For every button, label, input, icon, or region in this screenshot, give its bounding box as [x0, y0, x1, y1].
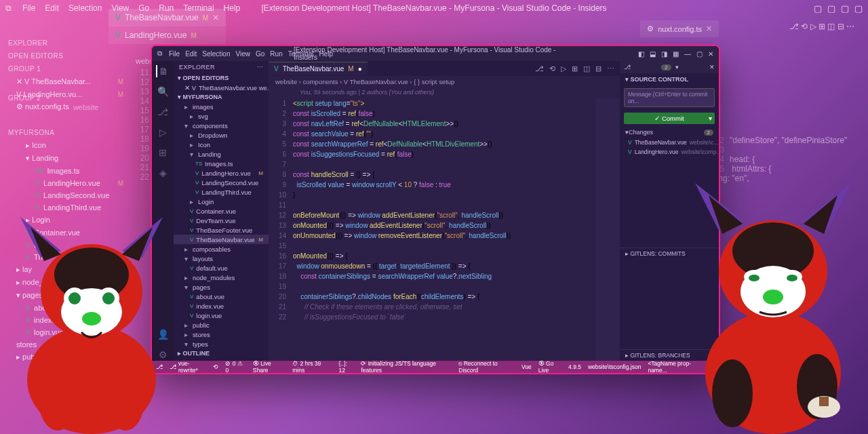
lang-mode[interactable]: Vue [521, 360, 532, 374]
code-line[interactable]: 22 // isSuggestionsFocused to `false` [269, 312, 620, 322]
layout-right-icon[interactable]: ▢ [841, 3, 849, 14]
minimap[interactable] [595, 98, 620, 361]
maximize-icon[interactable]: ▢ [696, 50, 703, 58]
tab-action-icon[interactable]: ⟲ [549, 64, 555, 73]
go-live[interactable]: ⦿ Go Live [538, 360, 561, 374]
menu-run[interactable]: Run [270, 50, 282, 58]
code-editor[interactable]: 1<script setup lang="ts">2const isScroll… [269, 98, 620, 361]
chevron-down-icon[interactable]: ▾ [709, 115, 712, 122]
code-line[interactable]: 4const searchValue = ref("") [269, 129, 620, 139]
tree-item[interactable]: ▸Icon [174, 140, 269, 149]
layout-bottom-icon[interactable]: ▢ [827, 3, 835, 14]
menu-file[interactable]: File [22, 3, 35, 13]
menu-edit[interactable]: Edit [185, 50, 197, 58]
menu-go[interactable]: Go [256, 50, 264, 58]
code-line[interactable]: 14onUnmounted(() => window.removeEventLi… [269, 231, 620, 241]
commit-message-input[interactable]: Message (Ctrl+Enter to commit on... [624, 88, 715, 107]
extensions-icon[interactable]: ⊞ [157, 146, 169, 159]
sync-icon[interactable]: ⟲ [213, 363, 218, 370]
tree-item[interactable]: ▸Dropdown [174, 130, 269, 140]
discord-reconnect[interactable]: ⎋ Reconnect to Discord [458, 360, 515, 374]
code-line[interactable]: 1<script setup lang="ts"> [269, 98, 620, 108]
tree-item[interactable]: V LandingSecond.vue [3, 189, 136, 201]
tree-item[interactable]: ▸images [174, 102, 269, 111]
time-tracker[interactable]: ⏱ 2 hrs 39 mins [292, 360, 332, 374]
layout-left-icon[interactable]: ▢ [814, 3, 822, 14]
code-line[interactable]: 5const searchWrapperRef = ref<DefNullabl… [269, 139, 620, 149]
tsconfig-path[interactable]: website\tsconfig.json [588, 360, 641, 374]
tree-item[interactable]: ▸Login [174, 197, 269, 206]
menu-file[interactable]: File [169, 50, 180, 58]
tree-item[interactable]: ▾components [174, 121, 269, 130]
tree-item[interactable]: ▸ Icon [3, 139, 136, 152]
code-line[interactable]: 12onBeforeMount(() => window.addEventLis… [269, 210, 620, 220]
tab-action-icon[interactable]: ◫ [583, 64, 590, 73]
tree-item[interactable]: ▾ Landing [3, 152, 136, 165]
debug-icon[interactable]: ▷ [157, 126, 169, 138]
git-icon[interactable]: ⎇ [157, 106, 169, 118]
problems[interactable]: ⊘ 0 ⚠ 0 [225, 360, 245, 374]
tree-item[interactable]: TSImages.ts [174, 159, 269, 168]
breadcrumb[interactable]: website › components › V TheBaseNavbar.v… [269, 76, 620, 87]
code-line[interactable]: 16onMounted(() => { [269, 251, 620, 261]
layout-icon[interactable]: ◨ [661, 50, 667, 58]
tree-item[interactable]: TS Images.ts [3, 165, 136, 177]
menu-view[interactable]: View [236, 50, 251, 58]
menu-selection[interactable]: Selection [68, 3, 102, 13]
close-icon[interactable]: ✕ [708, 50, 713, 58]
layout-icon[interactable]: ⬓ [650, 50, 656, 58]
open-editors-section[interactable]: ▾ OPEN EDITORS [174, 73, 269, 83]
close-icon[interactable]: ✕ [212, 13, 219, 22]
open-editor-item[interactable]: ✕ VTheBaseNavbar.vue we... [174, 83, 269, 92]
tree-item[interactable]: VLandingSecond.vue [174, 178, 269, 187]
code-line[interactable]: 11 [269, 200, 620, 210]
code-line[interactable]: 8const handleScroll = () => { [269, 170, 620, 180]
code-line[interactable]: 2const isScrolled = ref(false) [269, 108, 620, 119]
ts-version[interactable]: 4.9.5 [568, 360, 581, 374]
editor-tab[interactable]: V TheBaseNavbar.vue M ● [269, 62, 368, 75]
json-stat[interactable]: {..}: 12 [338, 360, 354, 374]
remote-icon[interactable]: ◈ [157, 167, 169, 179]
code-line[interactable]: 6const isSuggestionsFocused = ref(false) [269, 149, 620, 159]
changes-header[interactable]: ▾ Changes2 [620, 127, 719, 138]
tab-action-icon[interactable]: ⊞ [572, 64, 578, 73]
close-icon[interactable]: ✕ [706, 24, 712, 33]
open-editor-item[interactable]: ✕ V TheBaseNavbar...M [3, 75, 136, 88]
bg-tab[interactable]: V TheBaseNavbar.vue M ✕ [108, 9, 226, 26]
code-line[interactable]: 10} [269, 190, 620, 200]
tab-action-icon[interactable]: ⋯ [607, 64, 614, 73]
commit-button[interactable]: ✓ Commit▾ [624, 113, 715, 124]
code-line[interactable]: 17 window.onmousedown = ({ target: targe… [269, 261, 620, 271]
tab-action-icon[interactable]: ⎇ [535, 64, 544, 73]
code-line[interactable]: 13onMounted(() => window.addEventListene… [269, 220, 620, 231]
project-section[interactable]: ▾ MYFURSONA [174, 92, 269, 102]
files-icon[interactable]: 🗎 [156, 65, 168, 77]
tree-item[interactable]: VLandingThird.vue [174, 187, 269, 197]
close-icon[interactable]: ✕ V [184, 84, 196, 92]
code-line[interactable]: 3const navLeftRef = ref<DefNullable<HTML… [269, 119, 620, 129]
bg-tab-right[interactable]: ⚙ nuxt.config.ts ✕ [640, 20, 719, 37]
live-share[interactable]: ⦿ Live Share [253, 360, 285, 374]
chevron-down-icon[interactable]: ▾ [675, 64, 679, 71]
tab-action-icon[interactable]: ▷ [561, 64, 566, 73]
minimize-icon[interactable]: — [684, 50, 691, 58]
tree-item[interactable]: ▾Landing [174, 149, 269, 159]
code-line[interactable]: 19 [269, 281, 620, 292]
tree-item[interactable]: V LandingHero.vueM [3, 177, 136, 189]
code-line[interactable]: 9 isScrolled.value = window.scrollY < 10… [269, 180, 620, 190]
layout-icon[interactable]: ◧ [638, 50, 644, 58]
close-icon[interactable]: ✕ [709, 64, 715, 71]
code-line[interactable]: 15 [269, 241, 620, 251]
search-icon[interactable]: 🔍 [157, 85, 169, 98]
layout-icon[interactable]: ▦ [673, 50, 679, 58]
code-line[interactable]: 7 [269, 159, 620, 170]
layout-grid-icon[interactable]: ▢ [854, 3, 863, 14]
menu-help[interactable]: Help [224, 3, 241, 13]
code-line[interactable]: 21 // Check if these elements are clicke… [269, 302, 620, 312]
tab-action-icon[interactable]: ⊟ [595, 64, 601, 73]
more-icon[interactable]: ⋯ [257, 64, 264, 71]
changed-file[interactable]: VLandingHero.vue website\comp...M [620, 147, 719, 157]
code-line[interactable]: 18 const containerSiblings = searchWrapp… [269, 271, 620, 281]
menu-selection[interactable]: Selection [202, 50, 230, 58]
code-line[interactable]: 20 containerSiblings?.childNodes.forEach… [269, 292, 620, 302]
